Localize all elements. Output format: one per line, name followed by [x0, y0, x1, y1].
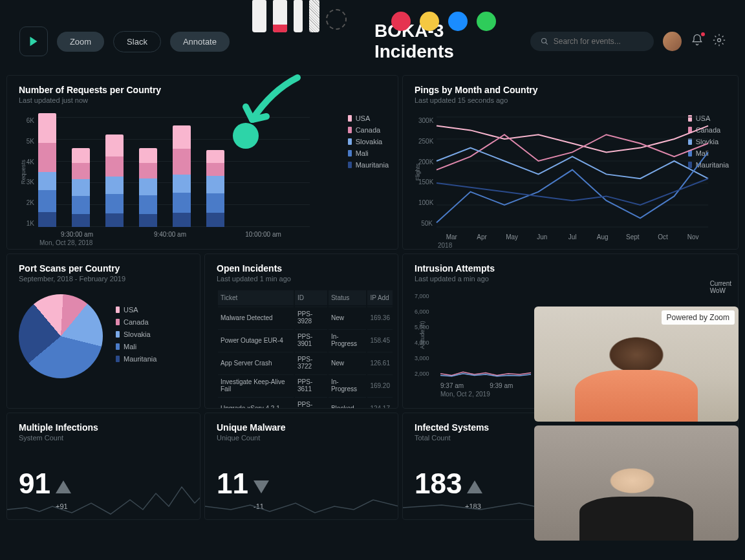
panel-title: Multiple Infections — [19, 422, 188, 433]
notifications-icon[interactable] — [691, 34, 704, 49]
chart-legend: Current WoW — [710, 280, 731, 294]
header: Zoom Slack Annotate BOKA-3 Incidents — [0, 0, 745, 75]
line-chart: Flights 300K250K200K150K100K50K MarAprMa… — [437, 117, 715, 240]
annotation-pens — [252, 0, 347, 32]
col-status[interactable]: Status — [329, 290, 366, 305]
search-icon — [541, 37, 548, 46]
panel-title: Intrusion Attempts — [415, 263, 726, 274]
pen-tool-red[interactable] — [273, 0, 287, 32]
annotate-button[interactable]: Annotate — [170, 32, 230, 52]
panel-subtitle: Last updated a min ago — [415, 275, 726, 283]
panel-subtitle: Last updated 1 min ago — [217, 275, 394, 283]
panel-open-incidents: Open Incidents Last updated 1 min ago Ti… — [204, 253, 398, 409]
panel-unique-malware: Unique Malware Unique Count 11 -11 — [204, 413, 398, 520]
zoom-video-overlay[interactable]: Powered by Zoom — [534, 307, 739, 541]
svg-point-0 — [541, 38, 546, 43]
svg-line-1 — [545, 43, 547, 45]
user-avatar[interactable] — [663, 32, 682, 51]
panel-subtitle: Unique Count — [217, 434, 386, 442]
panel-title: Unique Malware — [217, 422, 386, 433]
col-ticket[interactable]: Ticket — [218, 290, 294, 305]
panel-requests: Number of Requests per Country Last upda… — [6, 75, 398, 250]
zoom-button[interactable]: Zoom — [57, 32, 104, 52]
bar-chart: Requests 6K5K4K3K2K1K 9:30:00 am9:40:00 … — [38, 117, 310, 240]
app-logo[interactable] — [19, 27, 48, 56]
chart-date: Mon, Oct 28, 2018 — [39, 239, 310, 246]
incidents-table: Ticket ID Status IP Add Malware Detected… — [217, 289, 394, 409]
eraser-tool[interactable] — [309, 0, 319, 32]
panel-title: Open Incidents — [217, 263, 394, 274]
panel-subtitle: Last updated just now — [19, 96, 386, 104]
color-palette — [391, 12, 496, 31]
search-box[interactable] — [530, 32, 654, 51]
zoom-badge: Powered by Zoom — [662, 310, 735, 325]
panel-port-scans: Port Scans per Country September, 2018 -… — [6, 253, 200, 409]
col-ip[interactable]: IP Add — [367, 290, 393, 305]
pie-chart — [19, 294, 103, 378]
video-participant-2[interactable] — [534, 425, 739, 541]
pen-tool-thin[interactable] — [294, 0, 303, 32]
sparkline — [205, 474, 398, 519]
svg-point-2 — [718, 39, 721, 42]
panel-subtitle: Last updated 15 seconds ago — [415, 96, 726, 104]
slack-button[interactable]: Slack — [113, 31, 161, 52]
table-row[interactable]: App Server CrashPPS-3722New126.61 — [218, 352, 393, 373]
video-participant-1[interactable]: Powered by Zoom — [534, 307, 739, 422]
color-yellow[interactable] — [420, 12, 439, 31]
panel-pings: Pings by Month and Country Last updated … — [402, 75, 739, 250]
panel-multiple-infections: Multiple Infections System Count 91 +91 — [6, 413, 200, 520]
panel-subtitle: System Count — [19, 434, 188, 442]
panel-subtitle: September, 2018 - February 2019 — [19, 275, 188, 283]
lasso-tool[interactable] — [326, 9, 347, 30]
settings-icon[interactable] — [713, 34, 726, 49]
color-red[interactable] — [391, 12, 411, 31]
table-row[interactable]: Power Outage EUR-4PPS-3901In-Progress158… — [218, 329, 393, 350]
pen-tool-white[interactable] — [252, 0, 266, 32]
table-row[interactable]: Malware DetectedPPS-3928New169.36 — [218, 307, 393, 328]
col-id[interactable]: ID — [295, 290, 327, 305]
color-blue[interactable] — [448, 12, 468, 31]
chart-date: 2018 — [438, 242, 715, 249]
chart-legend: USACanadaSlovakiaMaliMauritania — [348, 114, 389, 173]
sparkline — [7, 474, 200, 519]
chart-legend: USACanadaSlovakiaMaliMauritania — [116, 306, 157, 367]
search-input[interactable] — [554, 37, 644, 46]
panel-title: Number of Requests per Country — [19, 85, 386, 95]
table-row[interactable]: Investigate Keep-Alive FailPPS-3611In-Pr… — [218, 374, 393, 396]
color-green[interactable] — [477, 12, 496, 31]
table-row[interactable]: Upgrade xServ 4.2.1PPS-3499Blocked124.17 — [218, 397, 393, 409]
panel-title: Port Scans per Country — [19, 263, 188, 274]
panel-title: Pings by Month and Country — [415, 85, 726, 95]
